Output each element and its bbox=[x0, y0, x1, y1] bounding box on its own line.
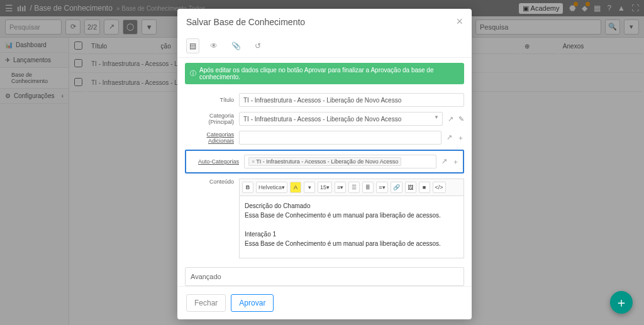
tab-content-icon[interactable]: ▤ bbox=[186, 38, 199, 53]
categorias-adicionais-input[interactable] bbox=[239, 131, 441, 145]
tab-view-icon[interactable]: 👁 bbox=[207, 38, 221, 53]
label-titulo: Título bbox=[185, 97, 234, 103]
chevron-down-icon[interactable]: ▼ bbox=[434, 114, 439, 120]
font-select[interactable]: Helvetica ▾ bbox=[256, 182, 287, 193]
bold-button[interactable]: B bbox=[242, 182, 253, 193]
size-select[interactable]: 15 ▾ bbox=[318, 182, 332, 193]
save-kb-modal: Salvar Base de Conhecimento × ▤ 👁 📎 ↺ ⓘ … bbox=[177, 9, 472, 319]
catadd-open-icon[interactable]: ↗ bbox=[447, 133, 452, 143]
close-button[interactable]: Fechar bbox=[186, 294, 226, 312]
auto-categorias-highlight: Auto-Categorias ×TI - Infraestrutura - A… bbox=[185, 150, 464, 174]
advanced-section[interactable]: Avançado bbox=[185, 267, 464, 286]
tag-remove-icon[interactable]: × bbox=[252, 158, 255, 165]
image-button[interactable]: 🖼 bbox=[405, 182, 416, 193]
label-auto-categorias[interactable]: Auto-Categorias bbox=[190, 158, 239, 165]
code-button[interactable]: </> bbox=[433, 182, 446, 193]
list-button[interactable]: ≡▾ bbox=[335, 182, 346, 193]
titulo-input[interactable] bbox=[239, 93, 464, 107]
categoria-select[interactable] bbox=[239, 112, 443, 126]
label-conteudo: Conteúdo bbox=[185, 179, 234, 185]
autocat-open-icon[interactable]: ↗ bbox=[441, 157, 447, 167]
fab-add-button[interactable]: ＋ bbox=[610, 291, 633, 314]
editor-body[interactable]: Descrição do Chamado Essa Base de Conhec… bbox=[239, 196, 464, 258]
approve-button[interactable]: Aprovar bbox=[231, 294, 274, 312]
tab-attachment-icon[interactable]: 📎 bbox=[228, 38, 244, 53]
video-button[interactable]: ■ bbox=[419, 182, 430, 193]
label-categorias-adicionais[interactable]: Categorias Adicionais bbox=[185, 131, 234, 144]
auto-categoria-tag[interactable]: ×TI - Infraestrutura - Acessos - Liberaç… bbox=[248, 157, 401, 166]
categoria-edit-icon[interactable]: ✎ bbox=[458, 115, 464, 123]
close-icon[interactable]: × bbox=[456, 15, 463, 28]
modal-tabs: ▤ 👁 📎 ↺ bbox=[177, 35, 472, 58]
align-button[interactable]: ≡▾ bbox=[376, 182, 387, 193]
tab-history-icon[interactable]: ↺ bbox=[252, 38, 264, 53]
categoria-open-icon[interactable]: ↗ bbox=[448, 115, 453, 123]
auto-categorias-input[interactable]: ×TI - Infraestrutura - Acessos - Liberaç… bbox=[244, 155, 436, 168]
ul-button[interactable]: ☰ bbox=[348, 182, 360, 193]
highlight-button[interactable]: A bbox=[290, 182, 301, 193]
autocat-plus-icon[interactable]: ＋ bbox=[452, 157, 459, 167]
modal-title: Salvar Base de Conhecimento bbox=[186, 17, 305, 27]
catadd-plus-icon[interactable]: ＋ bbox=[457, 133, 464, 143]
label-categoria: Categoria (Principal) bbox=[185, 113, 234, 125]
info-alert: ⓘ Após editar os dados clique no botão A… bbox=[185, 63, 464, 84]
link-button[interactable]: 🔗 bbox=[391, 182, 402, 193]
color-dropdown-icon[interactable]: ▾ bbox=[304, 182, 315, 193]
info-icon: ⓘ bbox=[190, 69, 196, 78]
ol-button[interactable]: ≣ bbox=[362, 182, 374, 193]
editor-toolbar: B Helvetica ▾ A ▾ 15 ▾ ≡▾ ☰ ≣ ≡▾ 🔗 🖼 ■ <… bbox=[239, 179, 464, 196]
